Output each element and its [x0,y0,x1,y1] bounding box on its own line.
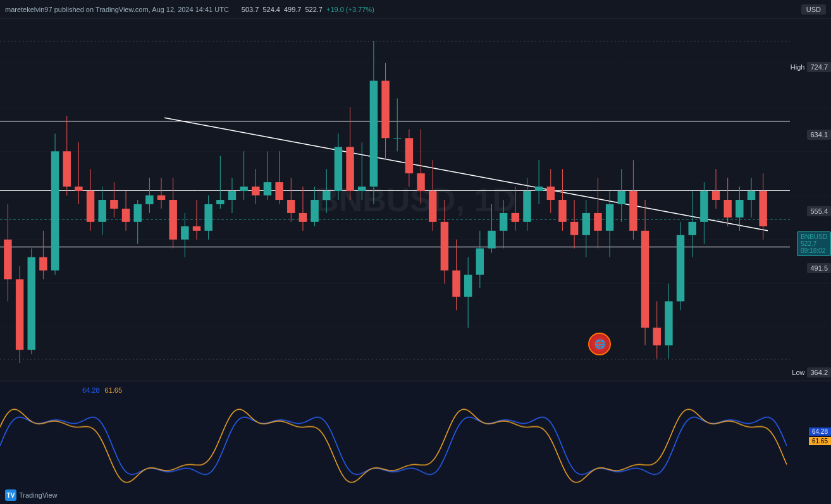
level-491-row: 491.5 [807,263,831,273]
chart-header: maretekelvin97 published on TradingView.… [0,0,831,19]
oscillator-canvas [0,381,831,504]
level-555-row: 555.4 [807,206,831,216]
bnbusd-time: 09:18:02 [801,247,825,254]
rsi-right-labels: 64.28 61.65 [809,427,831,445]
high-value: 524.4 [262,6,280,13]
low-label-text: Low [792,369,804,376]
level-634-value: 634.1 [807,130,831,140]
publisher-info: maretekelvin97 published on TradingView.… [5,6,229,13]
mascot-icon: 🌐 [588,333,611,355]
level-634-row: 634.1 [807,130,831,140]
rsi-right-blue: 64.28 [809,427,831,436]
level-555-value: 555.4 [807,206,831,216]
bnbusd-price: 522.7 [801,240,816,247]
high-price-row: High 724.7 [791,62,831,72]
tv-text: TradingView [19,491,58,499]
high-label-text: High [791,63,805,71]
tv-icon: TV [5,489,16,501]
close-value: 522.7 [305,6,323,13]
tradingview-logo: TV TradingView [5,489,58,501]
currency-badge: USD [801,4,826,15]
rsi-blue-value: 64.28 [82,386,100,394]
rsi-yellow-value: 61.65 [105,386,123,394]
rsi-right-yellow: 61.65 [809,437,831,445]
low-price-value: 364.2 [807,367,831,378]
rsi-left-labels: 64.28 61.65 [82,386,122,394]
ohlc-values: 503.7 524.4 499.7 522.7 +19.0 (+3.77%) [242,6,374,13]
bnbusd-symbol: BNBUSD [801,233,827,240]
oscillator-panel: 64.28 61.65 64.28 61.65 [0,381,831,504]
low-value: 499.7 [284,6,302,13]
level-491-value: 491.5 [807,263,831,273]
open-value: 503.7 [242,6,259,13]
change-value: +19.0 (+3.77%) [326,6,374,13]
high-price-value: 724.7 [807,62,831,72]
candlestick-canvas [0,19,831,381]
bnbusd-price-label: BNBUSD 522.7 09:18:02 [797,231,831,256]
main-chart: BNBUSD, 1D High 724.7 634.1 555.4 491.5 … [0,19,831,381]
low-price-row: Low 364.2 [792,367,831,378]
